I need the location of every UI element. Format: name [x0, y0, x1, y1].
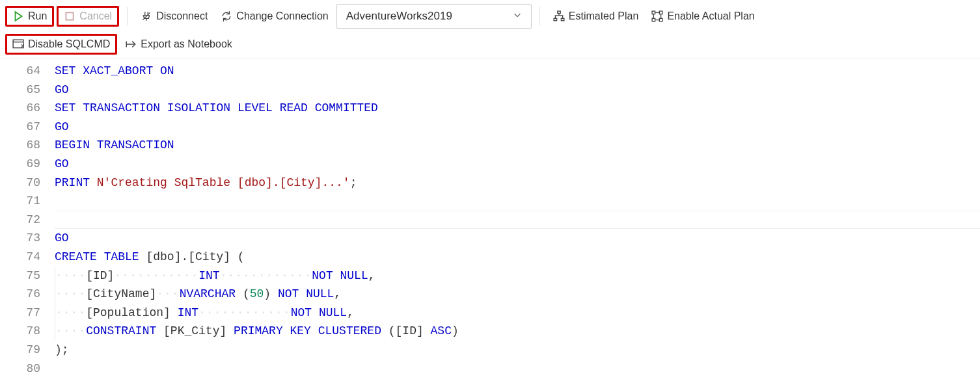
code-line[interactable]	[55, 360, 980, 378]
code-token: ISOLATION	[167, 99, 238, 118]
code-token: CLUSTERED	[318, 322, 381, 341]
code-line[interactable]: GO	[55, 118, 980, 137]
export-notebook-button[interactable]: Export as Notebook	[120, 34, 238, 55]
whitespace-marker: ····	[55, 322, 86, 341]
estimated-plan-button[interactable]: Estimated Plan	[548, 6, 644, 27]
run-label: Run	[28, 10, 47, 22]
code-line[interactable]: SET TRANSACTION ISOLATION LEVEL READ COM…	[55, 99, 980, 118]
svg-rect-8	[653, 18, 656, 21]
code-token: [ID]···········	[86, 267, 198, 285]
svg-text:✕: ✕	[20, 43, 24, 49]
code-line[interactable]: CREATE TABLE [dbo].[City] (	[55, 248, 980, 267]
line-number: 65	[0, 81, 40, 99]
disconnect-button[interactable]: Disconnect	[135, 6, 213, 27]
code-token: )	[264, 285, 278, 304]
database-selector-value: AdventureWorks2019	[346, 10, 452, 23]
line-number: 72	[0, 211, 40, 230]
code-line[interactable]: GO	[55, 229, 980, 248]
code-area[interactable]: SET XACT_ABORT ONGOSET TRANSACTION ISOLA…	[55, 62, 980, 378]
code-token: READ	[280, 99, 315, 118]
actual-plan-label: Enable Actual Plan	[667, 10, 754, 22]
stop-icon	[64, 10, 75, 22]
code-line[interactable]: );	[55, 341, 980, 360]
code-token: SET	[55, 62, 83, 81]
code-line[interactable]: ····[CityName]···NVARCHAR (50) NOT NULL,	[55, 285, 980, 304]
code-line[interactable]	[55, 192, 980, 211]
sql-editor[interactable]: 6465666768697071727374757677787980 SET X…	[0, 59, 980, 378]
svg-marker-0	[16, 12, 22, 21]
svg-rect-9	[660, 18, 663, 21]
code-token: [dbo].[City] (	[139, 248, 245, 267]
code-line[interactable]	[55, 211, 980, 230]
code-token: ON	[160, 62, 174, 81]
code-token: CONSTRAINT	[86, 322, 156, 341]
code-token: SET	[55, 99, 83, 118]
code-token: BEGIN	[55, 136, 97, 155]
code-line[interactable]: ····[Population] INT············NOT NULL…	[55, 304, 980, 322]
code-token: N'Creating SqlTable [dbo].[City]...'	[97, 174, 350, 192]
svg-rect-1	[66, 12, 74, 20]
query-toolbar: Run Cancel Disconnect Change Connection …	[0, 0, 980, 59]
code-token: NULL	[319, 304, 347, 322]
code-line[interactable]: ····[ID]···········INT············NOT NU…	[55, 267, 980, 285]
change-connection-button[interactable]: Change Connection	[215, 6, 333, 27]
code-line[interactable]: GO	[55, 155, 980, 174]
plug-disconnect-icon	[141, 10, 152, 22]
line-number: 76	[0, 285, 40, 304]
code-token: GO	[55, 229, 69, 248]
line-number: 79	[0, 341, 40, 360]
svg-rect-7	[660, 11, 663, 14]
refresh-icon	[221, 10, 232, 22]
code-token: );	[55, 341, 69, 360]
code-token: GO	[55, 81, 69, 99]
svg-rect-5	[561, 18, 564, 20]
line-number: 75	[0, 267, 40, 285]
line-number: 64	[0, 62, 40, 81]
code-token: 50	[250, 285, 264, 304]
code-line[interactable]: SET XACT_ABORT ON	[55, 62, 980, 81]
line-number: 67	[0, 118, 40, 137]
code-line[interactable]: BEGIN TRANSACTION	[55, 136, 980, 155]
line-number: 69	[0, 155, 40, 174]
line-number: 68	[0, 136, 40, 155]
code-token: GO	[55, 155, 69, 174]
database-selector[interactable]: AdventureWorks2019	[336, 4, 532, 29]
whitespace-marker: ····	[55, 304, 86, 322]
code-token: TRANSACTION	[83, 99, 167, 118]
actual-plan-button[interactable]: Enable Actual Plan	[646, 6, 759, 27]
export-notebook-label: Export as Notebook	[141, 38, 232, 50]
code-token: NVARCHAR	[180, 285, 236, 304]
code-token: (	[236, 285, 250, 304]
whitespace-marker: ····	[55, 267, 86, 285]
code-token: ([ID]	[381, 322, 431, 341]
code-token: ;	[350, 174, 357, 192]
code-line[interactable]: ····CONSTRAINT [PK_City] PRIMARY KEY CLU…	[55, 322, 980, 341]
line-number: 66	[0, 99, 40, 118]
cancel-label: Cancel	[79, 10, 112, 22]
code-token: NOT	[312, 267, 340, 285]
separator	[127, 7, 128, 25]
line-number: 77	[0, 304, 40, 322]
code-token: [CityName]···	[86, 285, 179, 304]
line-number: 80	[0, 360, 40, 378]
run-button[interactable]: Run	[5, 6, 54, 27]
svg-rect-4	[554, 18, 557, 20]
line-number-gutter: 6465666768697071727374757677787980	[0, 62, 55, 378]
code-token: INT	[178, 304, 198, 322]
whitespace-marker: ····	[55, 285, 86, 304]
disable-sqlcmd-button[interactable]: ✕ Disable SQLCMD	[5, 34, 117, 55]
sqlcmd-disable-icon: ✕	[12, 38, 24, 50]
code-token: XACT_ABORT	[83, 62, 160, 81]
code-token: [PK_City]	[156, 322, 234, 341]
disconnect-label: Disconnect	[156, 10, 208, 22]
code-line[interactable]: PRINT N'Creating SqlTable [dbo].[City]..…	[55, 174, 980, 192]
code-token: ASC	[431, 322, 452, 341]
code-token: INT	[198, 267, 219, 285]
cancel-button: Cancel	[57, 6, 119, 27]
disable-sqlcmd-label: Disable SQLCMD	[28, 38, 110, 50]
code-token: TRANSACTION	[97, 136, 174, 155]
code-line[interactable]: GO	[55, 81, 980, 99]
chevron-down-icon	[513, 10, 522, 23]
code-token: KEY	[290, 322, 318, 341]
code-token: ,	[368, 267, 375, 285]
